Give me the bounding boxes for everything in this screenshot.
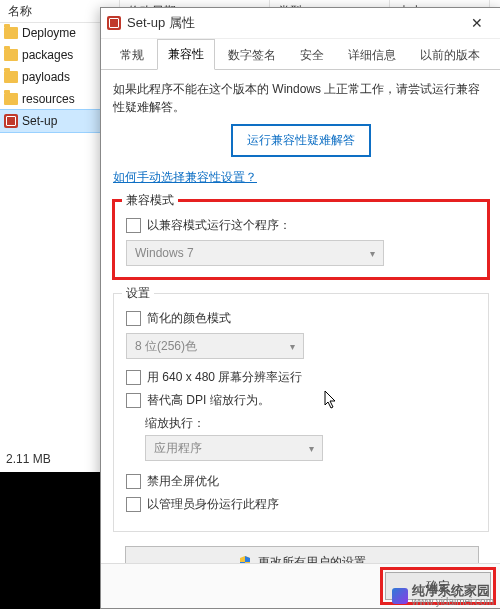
tab-general[interactable]: 常规 bbox=[109, 40, 155, 70]
close-icon: ✕ bbox=[471, 15, 483, 31]
dpi-scaling-value: 应用程序 bbox=[154, 440, 202, 457]
tab-security[interactable]: 安全 bbox=[289, 40, 335, 70]
dialog-body: 如果此程序不能在这个版本的 Windows 上正常工作，请尝试运行兼容性疑难解答… bbox=[101, 70, 500, 563]
properties-dialog: Set-up 属性 ✕ 常规 兼容性 数字签名 安全 详细信息 以前的版本 如果… bbox=[100, 7, 500, 609]
taskbar-strip bbox=[0, 472, 102, 609]
troubleshoot-button[interactable]: 运行兼容性疑难解答 bbox=[231, 124, 371, 157]
tab-strip: 常规 兼容性 数字签名 安全 详细信息 以前的版本 bbox=[101, 39, 500, 70]
run-as-admin-label: 以管理员身份运行此程序 bbox=[147, 496, 279, 513]
folder-icon bbox=[4, 93, 18, 105]
file-name: payloads bbox=[22, 70, 70, 84]
file-name: Deployme bbox=[22, 26, 76, 40]
list-item[interactable]: Set-up bbox=[0, 110, 100, 132]
disable-fullscreen-opt-label: 禁用全屏优化 bbox=[147, 473, 219, 490]
chevron-down-icon: ▾ bbox=[290, 341, 295, 352]
group-title: 兼容模式 bbox=[122, 192, 178, 209]
compat-os-value: Windows 7 bbox=[135, 246, 194, 260]
dialog-footer: 确定 bbox=[101, 563, 500, 608]
compat-os-select[interactable]: Windows 7 ▾ bbox=[126, 240, 384, 266]
high-dpi-checkbox[interactable] bbox=[126, 393, 141, 408]
tab-compatibility[interactable]: 兼容性 bbox=[157, 39, 215, 70]
chevron-down-icon: ▾ bbox=[370, 248, 375, 259]
disable-fullscreen-opt-checkbox[interactable] bbox=[126, 474, 141, 489]
file-name: resources bbox=[22, 92, 75, 106]
file-name: Set-up bbox=[22, 114, 57, 128]
manual-settings-link[interactable]: 如何手动选择兼容性设置？ bbox=[113, 169, 257, 186]
status-size: 2.11 MB bbox=[6, 452, 51, 466]
close-button[interactable]: ✕ bbox=[459, 11, 495, 35]
list-item[interactable]: packages bbox=[0, 44, 100, 66]
list-item[interactable]: Deployme bbox=[0, 22, 100, 44]
app-icon bbox=[107, 16, 121, 30]
high-dpi-sublabel: 缩放执行： bbox=[145, 415, 476, 431]
change-all-users-label: 更改所有用户的设置 bbox=[258, 554, 366, 564]
high-dpi-label: 替代高 DPI 缩放行为。 bbox=[147, 392, 270, 409]
list-item[interactable]: resources bbox=[0, 88, 100, 110]
color-depth-value: 8 位(256)色 bbox=[135, 338, 197, 355]
run-as-admin-checkbox[interactable] bbox=[126, 497, 141, 512]
tab-signatures[interactable]: 数字签名 bbox=[217, 40, 287, 70]
settings-group: 设置 简化的颜色模式 8 位(256)色 ▾ 用 640 x 480 屏幕分辨率… bbox=[113, 293, 489, 532]
ok-button[interactable]: 确定 bbox=[385, 572, 491, 600]
dialog-titlebar[interactable]: Set-up 属性 ✕ bbox=[101, 8, 500, 39]
change-all-users-button[interactable]: 更改所有用户的设置 bbox=[125, 546, 479, 563]
color-depth-select[interactable]: 8 位(256)色 ▾ bbox=[126, 333, 304, 359]
group-title: 设置 bbox=[122, 285, 154, 302]
dialog-title: Set-up 属性 bbox=[127, 14, 453, 32]
compat-mode-label: 以兼容模式运行这个程序： bbox=[147, 217, 291, 234]
run-640-label: 用 640 x 480 屏幕分辨率运行 bbox=[147, 369, 302, 386]
tab-details[interactable]: 详细信息 bbox=[337, 40, 407, 70]
intro-text: 如果此程序不能在这个版本的 Windows 上正常工作，请尝试运行兼容性疑难解答… bbox=[113, 80, 489, 116]
dpi-scaling-select[interactable]: 应用程序 ▾ bbox=[145, 435, 323, 461]
app-icon bbox=[4, 114, 18, 128]
shield-icon bbox=[238, 555, 252, 563]
run-640-checkbox[interactable] bbox=[126, 370, 141, 385]
compat-mode-checkbox[interactable] bbox=[126, 218, 141, 233]
reduced-color-checkbox[interactable] bbox=[126, 311, 141, 326]
tab-previous[interactable]: 以前的版本 bbox=[409, 40, 491, 70]
reduced-color-label: 简化的颜色模式 bbox=[147, 310, 231, 327]
chevron-down-icon: ▾ bbox=[309, 443, 314, 454]
folder-icon bbox=[4, 49, 18, 61]
folder-icon bbox=[4, 71, 18, 83]
list-item[interactable]: payloads bbox=[0, 66, 100, 88]
folder-icon bbox=[4, 27, 18, 39]
file-name: packages bbox=[22, 48, 73, 62]
compat-mode-group: 兼容模式 以兼容模式运行这个程序： Windows 7 ▾ bbox=[113, 200, 489, 279]
